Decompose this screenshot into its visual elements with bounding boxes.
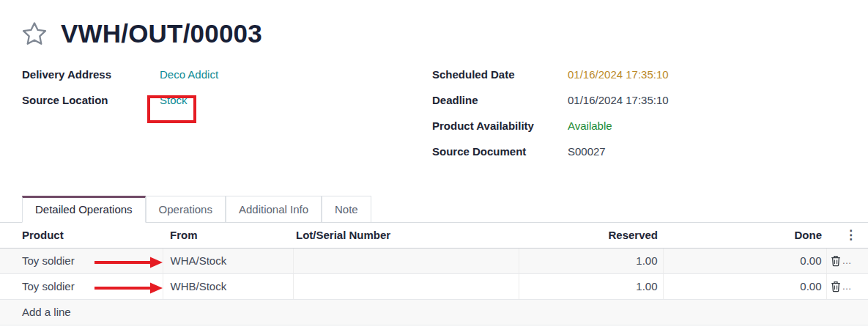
delivery-address-link[interactable]: Deco Addict (160, 68, 218, 81)
col-header-done[interactable]: Done (663, 223, 826, 248)
cell-actions: … (826, 248, 868, 273)
row-overflow-dots: … (842, 281, 851, 292)
cell-product[interactable]: Toy soldier (0, 248, 163, 273)
row-overflow-dots: … (842, 255, 851, 266)
availability-status: Available (568, 119, 612, 132)
field-label: Deadline (432, 94, 568, 106)
field-column-left: Delivery Address Deco Addict Source Loca… (22, 62, 432, 164)
field-source-document: Source Document S00027 (432, 139, 868, 164)
notebook-tabs: Detailed Operations Operations Additiona… (0, 194, 868, 223)
cell-lot-serial[interactable] (293, 248, 519, 273)
field-deadline: Deadline 01/16/2024 17:35:10 (432, 87, 868, 113)
tab-operations[interactable]: Operations (146, 196, 226, 222)
scheduled-date-value[interactable]: 01/16/2024 17:35:10 (568, 68, 669, 81)
optional-columns-icon[interactable]: ⋮ (845, 228, 857, 242)
field-scheduled-date: Scheduled Date 01/16/2024 17:35:10 (432, 62, 868, 87)
field-delivery-address: Delivery Address Deco Addict (22, 62, 432, 87)
tab-additional-info[interactable]: Additional Info (226, 196, 322, 222)
field-product-availability: Product Availability Available (432, 113, 868, 139)
cell-reserved[interactable]: 1.00 (519, 248, 663, 273)
field-label: Delivery Address (22, 68, 160, 81)
favorite-star-icon[interactable] (21, 20, 48, 48)
cell-lot-serial[interactable] (293, 273, 519, 299)
page-title: VWH/OUT/00003 (61, 19, 262, 48)
cell-reserved[interactable]: 1.00 (519, 273, 663, 299)
form-header: VWH/OUT/00003 (0, 0, 868, 50)
col-header-product[interactable]: Product (0, 223, 163, 248)
tab-note[interactable]: Note (322, 196, 371, 222)
table-row: Toy soldier WHA/Stock 1.00 0.00 … (0, 248, 868, 273)
field-panel: Delivery Address Deco Addict Source Loca… (0, 50, 868, 164)
deadline-value[interactable]: 01/16/2024 17:35:10 (568, 94, 669, 106)
cell-from[interactable]: WHB/Stock (163, 273, 293, 299)
cell-from[interactable]: WHA/Stock (163, 248, 293, 273)
field-label: Product Availability (432, 119, 568, 132)
field-label: Scheduled Date (432, 68, 568, 81)
field-column-right: Scheduled Date 01/16/2024 17:35:10 Deadl… (432, 62, 868, 164)
source-location-link[interactable]: Stock (160, 94, 188, 106)
table-header-row: Product From Lot/Serial Number Reserved … (0, 223, 868, 248)
tab-detailed-operations[interactable]: Detailed Operations (22, 196, 146, 223)
cell-done[interactable]: 0.00 (663, 248, 826, 273)
table-row: Toy soldier WHB/Stock 1.00 0.00 … (0, 273, 868, 299)
optional-columns-header: ⋮ (826, 223, 868, 248)
detailed-operations-table: Product From Lot/Serial Number Reserved … (0, 223, 868, 325)
cell-done[interactable]: 0.00 (663, 273, 826, 299)
col-header-reserved[interactable]: Reserved (519, 223, 663, 248)
cell-product[interactable]: Toy soldier (0, 273, 163, 299)
cell-actions: … (826, 273, 868, 299)
delete-row-icon[interactable] (831, 281, 841, 292)
field-label: Source Location (22, 94, 160, 106)
delete-row-icon[interactable] (831, 255, 841, 267)
source-document-value[interactable]: S00027 (568, 145, 606, 158)
add-line-row: Add a line (0, 299, 868, 325)
field-label: Source Document (432, 145, 568, 158)
add-a-line-link[interactable]: Add a line (0, 299, 868, 325)
col-header-from[interactable]: From (163, 223, 293, 248)
col-header-lot[interactable]: Lot/Serial Number (293, 223, 519, 248)
field-source-location: Source Location Stock (22, 87, 432, 113)
